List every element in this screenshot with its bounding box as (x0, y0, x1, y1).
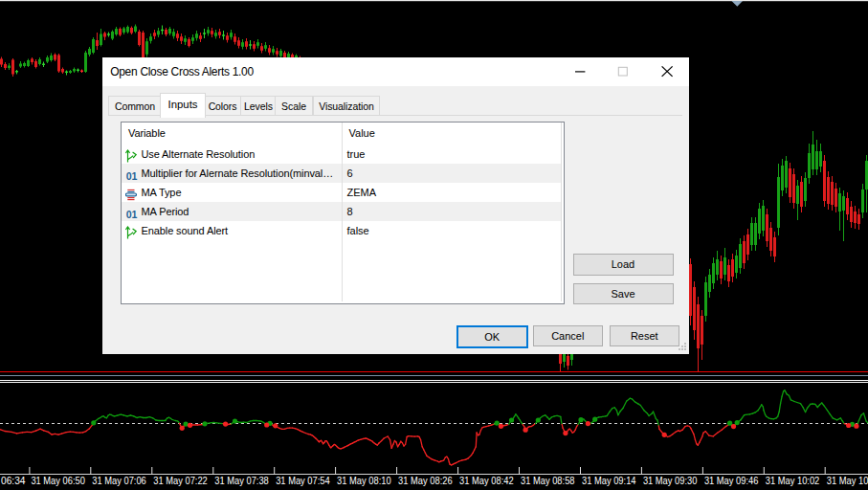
svg-text:31 May 08:58: 31 May 08:58 (521, 475, 575, 486)
svg-text:31 May 07:06: 31 May 07:06 (92, 475, 146, 486)
svg-text:31 May 07:54: 31 May 07:54 (276, 475, 330, 486)
svg-text:31 May 08:26: 31 May 08:26 (398, 475, 453, 486)
svg-text:31 May 08:10: 31 May 08:10 (337, 475, 391, 486)
svg-text:01: 01 (126, 209, 138, 220)
svg-text:31 May 09:14: 31 May 09:14 (582, 475, 636, 486)
svg-text:31 May 09:30: 31 May 09:30 (643, 475, 698, 486)
svg-text:31 May 07:22: 31 May 07:22 (153, 475, 208, 486)
svg-text:06:34: 06:34 (1, 475, 26, 486)
svg-text:31 May 08:42: 31 May 08:42 (459, 475, 513, 486)
svg-text:01: 01 (126, 170, 138, 182)
svg-text:31 May 10:18: 31 May 10:18 (827, 475, 868, 486)
svg-text:31 May 06:50: 31 May 06:50 (31, 475, 85, 486)
svg-text:31 May 10:02: 31 May 10:02 (766, 475, 820, 486)
svg-text:31 May 07:38: 31 May 07:38 (214, 475, 268, 486)
svg-text:31 May 09:46: 31 May 09:46 (704, 475, 759, 486)
